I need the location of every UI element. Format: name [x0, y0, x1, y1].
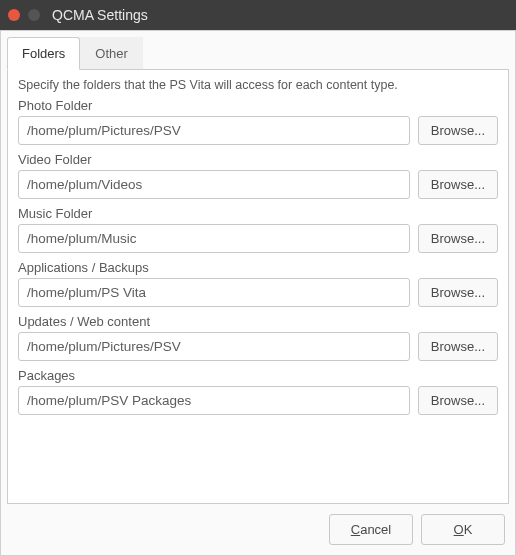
updates-row: Browse...: [18, 332, 498, 361]
music-label: Music Folder: [18, 206, 498, 221]
titlebar: QCMA Settings: [0, 0, 516, 30]
packages-browse-button[interactable]: Browse...: [418, 386, 498, 415]
video-label: Video Folder: [18, 152, 498, 167]
apps-row: Browse...: [18, 278, 498, 307]
video-browse-button[interactable]: Browse...: [418, 170, 498, 199]
photo-label: Photo Folder: [18, 98, 498, 113]
updates-input[interactable]: [18, 332, 410, 361]
dialog-footer: Cancel OK: [7, 504, 509, 549]
window-title: QCMA Settings: [52, 7, 148, 23]
minimize-window-icon[interactable]: [28, 9, 40, 21]
window-controls: [8, 9, 40, 21]
dialog-content: Folders Other Specify the folders that t…: [0, 30, 516, 556]
tab-panel-folders: Specify the folders that the PS Vita wil…: [7, 70, 509, 504]
music-browse-button[interactable]: Browse...: [418, 224, 498, 253]
updates-label: Updates / Web content: [18, 314, 498, 329]
video-row: Browse...: [18, 170, 498, 199]
apps-browse-button[interactable]: Browse...: [418, 278, 498, 307]
tab-folders[interactable]: Folders: [7, 37, 80, 70]
close-window-icon[interactable]: [8, 9, 20, 21]
packages-row: Browse...: [18, 386, 498, 415]
photo-browse-button[interactable]: Browse...: [418, 116, 498, 145]
photo-row: Browse...: [18, 116, 498, 145]
panel-description: Specify the folders that the PS Vita wil…: [18, 78, 498, 92]
tab-other[interactable]: Other: [80, 37, 143, 69]
packages-label: Packages: [18, 368, 498, 383]
apps-input[interactable]: [18, 278, 410, 307]
photo-input[interactable]: [18, 116, 410, 145]
video-input[interactable]: [18, 170, 410, 199]
music-row: Browse...: [18, 224, 498, 253]
ok-button[interactable]: OK: [421, 514, 505, 545]
tab-bar: Folders Other: [7, 37, 509, 70]
cancel-button[interactable]: Cancel: [329, 514, 413, 545]
music-input[interactable]: [18, 224, 410, 253]
packages-input[interactable]: [18, 386, 410, 415]
apps-label: Applications / Backups: [18, 260, 498, 275]
updates-browse-button[interactable]: Browse...: [418, 332, 498, 361]
